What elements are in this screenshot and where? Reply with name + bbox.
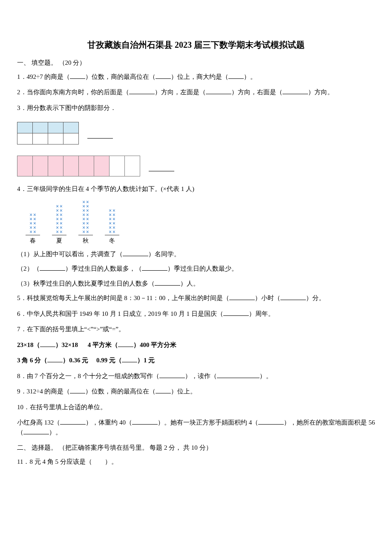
question-5: 5．科技展览馆每天上午展出的时间是 8：30－11：00，上午展出的时间是（）小…: [17, 293, 375, 303]
section-1-heading: 一、 填空题。 （20 分）: [17, 58, 375, 68]
question-2: 2．当你面向东南方向时，你的后面是（）方向，左面是（）方向，右面是（）方向。: [17, 87, 375, 97]
q10-t2: ），体重约 40（: [86, 419, 132, 426]
picto-mark-icon: ×: [86, 230, 89, 234]
q10-blank-1[interactable]: [60, 418, 86, 425]
q10-t1: 小红身高 132（: [17, 419, 60, 426]
q9-blank-1[interactable]: [70, 387, 85, 393]
q7-l1d: ）400 平方分米: [133, 341, 176, 348]
q9-t1: 9．312÷4 的商是（: [17, 388, 70, 395]
q3-figure-1-wrap: [17, 119, 375, 152]
q4-sub3-blank[interactable]: [155, 279, 180, 286]
q10-t5: ）。: [49, 429, 62, 436]
q1-text-4: ）。: [244, 73, 257, 80]
question-4: 4．三年级同学的生日在 4 个季节的人数统计如下。(×代表 1 人): [17, 184, 375, 194]
q4-sub3-t2: ）人。: [180, 280, 199, 287]
q4-sub-3: （3）秋季过生日的人数比夏季过生日的人数多（）人。: [17, 279, 375, 289]
q3-answer-1[interactable]: [87, 132, 113, 139]
q1-text-3: ）位上，商大约是（: [171, 73, 228, 80]
q7-blank-4[interactable]: [122, 356, 137, 362]
picto-mark-icon: ×: [60, 230, 63, 234]
q2-blank-3[interactable]: [282, 88, 308, 94]
q7-l1c: 4 平方米（: [88, 341, 118, 348]
q10-blank-4[interactable]: [23, 428, 49, 434]
question-11: 11．8 元 4 角 5 分应该是（ ）。: [17, 457, 375, 467]
q4-sub2-t3: ）季过生日的人数最少。: [167, 265, 238, 272]
q5-t3: ）分。: [306, 295, 325, 301]
q3-figure-2: [17, 156, 140, 176]
q2-blank-1[interactable]: [129, 88, 155, 94]
picto-col-秋: ××××××××××××××××秋: [78, 200, 93, 245]
page-title: 甘孜藏族自治州石渠县 2023 届三下数学期末考试模拟试题: [17, 38, 375, 51]
q4-pictograph: ××××××××××春××××××××××××××夏××××××××××××××…: [26, 200, 375, 247]
picto-col-冬: ××××××××××××冬: [105, 208, 119, 245]
question-9: 9．312÷4 的商是（）位数，商的最高位在（）位上。: [17, 387, 375, 396]
question-1: 1．492÷7 的商是（）位数，商的最高位在（）位上，商大约是（）。: [17, 72, 375, 82]
question-10-intro: 10．在括号里填上合适的单位。: [17, 402, 375, 412]
section-2-heading: 二、 选择题。 （把正确答案序号填在括号里。 每题 2 分， 共 10 分）: [17, 443, 375, 453]
q4-sub-1: （1）从上图中可以看出，共调查了（）名同学。: [17, 249, 375, 259]
q6-blank[interactable]: [223, 309, 249, 316]
q1-blank-3[interactable]: [228, 72, 244, 79]
question-8: 8．由 7 个百分之一，8 个十分之一组成的数写作（），读作（）。: [17, 371, 375, 381]
q5-t2: ）小时（: [255, 295, 280, 301]
q3-answer-2[interactable]: [149, 165, 174, 171]
q10-t3: ）。她有一块正方形手娟面积约 4（: [158, 419, 258, 426]
q10-blank-2[interactable]: [132, 418, 158, 425]
q4-sub1-blank[interactable]: [123, 250, 148, 256]
q5-blank-2[interactable]: [280, 294, 306, 300]
picto-col-春: ××××××××××春: [26, 213, 40, 245]
q7-blank-1[interactable]: [40, 341, 55, 347]
q7-l2c: 0.99 元（: [96, 357, 122, 364]
q7-l1a: 23×18（: [17, 341, 40, 348]
q8-t2: ），读作（: [185, 373, 217, 379]
q2-text-2: ）方向，左面是（: [155, 89, 206, 95]
q8-t1: 8．由 7 个百分之一，8 个十分之一组成的数写作（: [17, 373, 159, 379]
q1-text-2: ）位数，商的最高位在（: [85, 73, 156, 80]
q9-blank-2[interactable]: [156, 387, 171, 393]
q7-blank-2[interactable]: [118, 341, 133, 347]
q4-sub1-t2: ）名同学。: [148, 251, 180, 257]
picto-label: 秋: [78, 235, 93, 245]
q4-sub3-t1: （3）秋季过生日的人数比夏季过生日的人数多（: [17, 280, 155, 287]
q5-t1: 5．科技展览馆每天上午展出的时间是 8：30－11：00，上午展出的时间是（: [17, 295, 229, 301]
q4-sub2-blank-1[interactable]: [40, 264, 65, 271]
q4-sub2-t1: （2）（: [17, 265, 40, 272]
q7-l2a: 3 角 6 分（: [17, 357, 47, 364]
q1-text-1: 1．492÷7 的商是（: [17, 73, 70, 80]
picto-label: 冬: [105, 235, 119, 245]
picto-mark-icon: ×: [109, 230, 112, 234]
q4-sub-2: （2）（）季过生日的人数最多，（）季过生日的人数最少。: [17, 264, 375, 274]
q8-blank-1[interactable]: [159, 372, 185, 378]
q6-t2: ）周年。: [249, 310, 274, 317]
picto-mark-icon: ×: [29, 230, 32, 234]
q4-sub2-blank-2[interactable]: [142, 264, 167, 271]
picto-mark-icon: ×: [82, 230, 85, 234]
picto-mark-icon: ×: [33, 230, 36, 234]
q3-figure-2-wrap: [17, 152, 375, 184]
q8-blank-2[interactable]: [217, 372, 259, 378]
q2-blank-2[interactable]: [206, 88, 231, 94]
q3-figure-1: [17, 122, 79, 145]
picto-label: 夏: [52, 235, 66, 245]
picto-label: 春: [26, 235, 40, 245]
picto-mark-icon: ×: [56, 230, 59, 234]
q7-l2b: ）0.36 元: [63, 357, 88, 364]
q1-blank-2[interactable]: [156, 72, 171, 79]
q6-t1: 6．中华人民共和国于 1949 年 10 月 1 日成立，2019 年 10 月…: [17, 310, 223, 317]
q7-l1b: ）32×18: [55, 341, 78, 348]
question-3: 3．用分数表示下图中的阴影部分．: [17, 103, 375, 113]
q2-text-3: ）方向，右面是（: [231, 89, 282, 95]
question-7-line1: 23×18（）32×18 4 平方米（）400 平方分米: [17, 340, 375, 350]
question-7-line2: 3 角 6 分（）0.36 元 0.99 元（）1 元: [17, 356, 375, 365]
q1-blank-1[interactable]: [70, 72, 85, 79]
q5-blank-1[interactable]: [229, 294, 255, 300]
question-7-intro: 7．在下面的括号里填上“<”“>”或“=”。: [17, 324, 375, 334]
q2-text-4: ）方向。: [308, 89, 334, 95]
q7-l2d: ）1 元: [137, 357, 155, 364]
q7-blank-3[interactable]: [47, 356, 63, 362]
picto-col-夏: ××××××××××××××夏: [52, 204, 66, 245]
picto-mark-icon: ×: [112, 230, 115, 234]
q9-t2: ）位数，商的最高位在（: [85, 388, 156, 395]
q10-blank-3[interactable]: [258, 418, 284, 425]
question-10-body: 小红身高 132（），体重约 40（）。她有一块正方形手娟面积约 4（），她所在…: [17, 418, 375, 437]
